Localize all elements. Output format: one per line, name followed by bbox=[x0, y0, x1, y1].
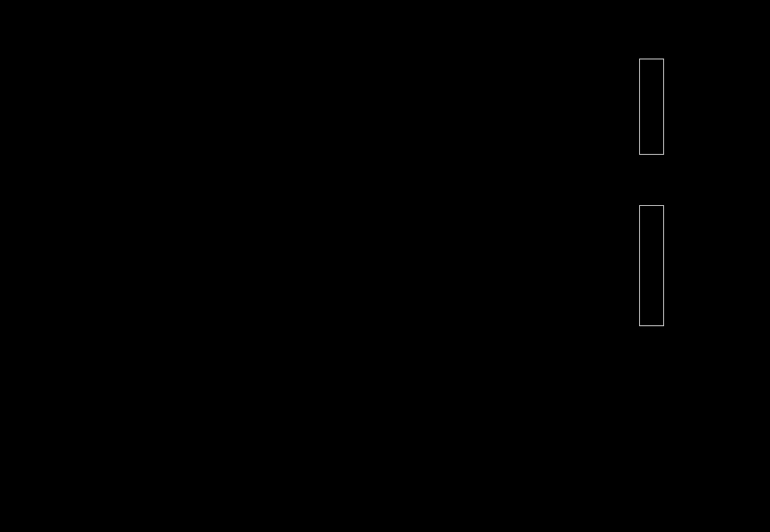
def-colorbar bbox=[639, 59, 664, 155]
science-plot-screen bbox=[0, 0, 770, 532]
pitch-angle-grid bbox=[158, 193, 624, 333]
deg-colorbar bbox=[639, 205, 664, 326]
energy-spectrogram bbox=[158, 45, 624, 160]
